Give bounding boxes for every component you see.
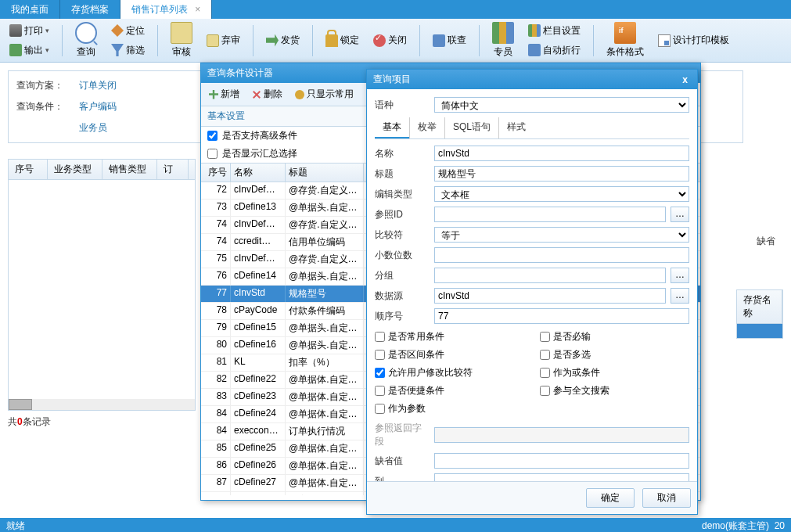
chk-orcond[interactable]: 作为或条件 [540,366,689,379]
print-icon [9,24,22,37]
customer-link[interactable]: 客户编码 [79,100,117,113]
tab-basic[interactable]: 基本 [375,117,409,138]
col-name[interactable]: 名称 [231,164,286,182]
window-close-icon[interactable]: x [679,74,691,85]
close-icon [373,34,386,47]
col-biztype[interactable]: 业务类型 [48,160,102,179]
query-button[interactable]: 查询 [70,20,102,60]
default-input[interactable] [434,453,689,469]
audit-button[interactable]: 审核 [166,20,197,60]
wrap-button[interactable]: 自动折行 [523,41,585,59]
col-seq[interactable]: 序号 [9,160,48,179]
template-icon [658,34,671,47]
ship-icon [266,34,279,47]
ribbon: 打印▾ 输出▾ 查询 定位 筛选 审核 弃审 发货 锁定 关闭 联查 专员 栏目… [0,19,791,63]
extra-label: 缺省 [757,235,775,248]
locate-icon [111,24,124,37]
tab-desktop[interactable]: 我的桌面 [0,0,60,19]
locate-button[interactable]: 定位 [106,22,149,40]
chk-fulltext[interactable]: 参与全文搜索 [540,384,689,397]
chk-allowcmp[interactable]: 允许用户修改比较符 [375,366,524,379]
comparator-select[interactable]: 等于 [434,227,689,243]
tab-sales-order-list[interactable]: 销售订单列表 × [120,0,212,19]
lang-select[interactable]: 简体中文 [434,97,689,113]
ref-return-input [434,427,689,443]
col-title[interactable]: 标题 [286,164,364,182]
add-icon [209,90,218,99]
chk-shortcut[interactable]: 是否便捷条件 [375,384,524,397]
add-button[interactable]: 新增 [204,86,244,102]
link-button[interactable]: 联查 [428,31,471,49]
status-bar: 就绪 demo(账套主管) 20 [0,518,791,532]
output-button[interactable]: 输出▾ [5,41,54,59]
delete-button[interactable]: 删除 [247,86,287,102]
subtabs: 基本 枚举 SQL语句 样式 [375,117,689,139]
cancel-button[interactable]: 取消 [642,488,691,508]
eye-icon [295,90,304,99]
order-input[interactable] [434,308,689,324]
window-title: 查询条件设计器 [207,66,273,80]
edit-type-select[interactable]: 文本框 [434,186,689,202]
wrap-icon [528,44,541,56]
vehicle-button[interactable]: 专员 [487,20,519,60]
print-button[interactable]: 打印▾ [5,22,54,40]
filter-icon [111,44,124,56]
abandon-icon [207,34,219,47]
col-order[interactable]: 订 [157,160,189,179]
decimals-input[interactable] [434,247,689,263]
scheme-label: 查询方案： [16,79,63,92]
tab-sql[interactable]: SQL语句 [444,117,498,138]
group-browse-button[interactable]: … [671,268,689,283]
delete-icon [252,90,261,99]
status-left: 就绪 [6,519,25,530]
cond-format-button[interactable]: 条件格式 [602,20,649,60]
output-icon [9,44,22,56]
close-button[interactable]: 关闭 [369,31,412,49]
tab-enum[interactable]: 枚举 [409,117,444,138]
filter-button[interactable]: 筛选 [106,41,149,59]
window-title: 查询项目 [373,73,411,86]
tab-style[interactable]: 样式 [498,117,534,138]
close-icon[interactable]: × [195,4,200,15]
datasource-input[interactable] [434,288,666,304]
app-tabs: 我的桌面 存货档案 销售订单列表 × [0,0,791,19]
status-user: demo(账套主管) [702,520,769,531]
template-button[interactable]: 设计打印模板 [653,31,734,49]
chk-required[interactable]: 是否必输 [540,330,689,343]
scheme-value[interactable]: 订单关闭 [79,79,117,92]
datasource-browse-button[interactable]: … [671,288,689,304]
audit-icon [171,22,192,44]
abandon-button[interactable]: 弃审 [202,31,245,49]
chk-range[interactable]: 是否区间条件 [375,348,524,361]
salesperson-link[interactable]: 业务员 [79,121,107,135]
columns-icon [528,24,541,37]
lock-icon [325,34,338,47]
refid-browse-button[interactable]: … [671,207,689,222]
link-icon [433,34,445,47]
show-common-button[interactable]: 只显示常用 [290,86,358,102]
ship-button[interactable]: 发货 [261,31,304,49]
ok-button[interactable]: 确定 [586,488,635,508]
chk-common[interactable]: 是否常用条件 [375,330,524,343]
col-saletype[interactable]: 销售类型 [102,160,157,179]
refid-input[interactable] [434,207,666,222]
advanced-cond-checkbox[interactable] [207,131,218,141]
vehicle-icon [492,22,514,44]
main-grid: 序号 业务类型 销售类型 订 [8,159,196,411]
col-invname[interactable]: 存货名称 [737,290,782,323]
lang-label: 语种 [375,99,430,112]
chk-asparam[interactable]: 作为参数 [375,402,524,415]
cond-icon [614,22,636,44]
tab-inventory[interactable]: 存货档案 [60,0,120,19]
group-input[interactable] [434,268,666,283]
name-input[interactable] [434,146,689,161]
search-icon [75,22,97,44]
show-summary-checkbox[interactable] [207,149,218,159]
tab-label: 销售订单列表 [131,4,188,15]
h-scrollbar[interactable] [9,399,195,410]
col-seq[interactable]: 序号 [201,164,231,182]
chk-multi[interactable]: 是否多选 [540,348,689,361]
columns-button[interactable]: 栏目设置 [523,22,585,40]
lock-button[interactable]: 锁定 [321,31,364,49]
title-input[interactable] [434,166,689,182]
